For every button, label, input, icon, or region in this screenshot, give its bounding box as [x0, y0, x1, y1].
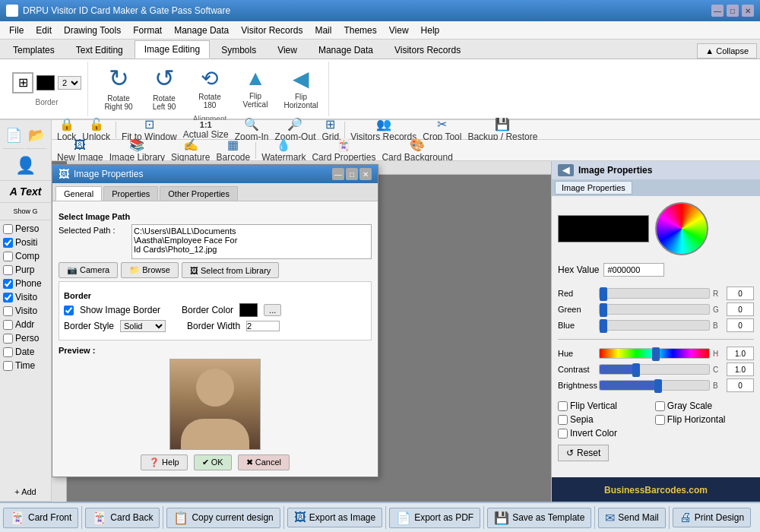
red-track[interactable]	[599, 288, 710, 299]
dialog-close[interactable]: ✕	[359, 168, 372, 180]
green-track[interactable]	[599, 304, 710, 315]
export-image-btn[interactable]: 🖼 Export as Image	[287, 508, 382, 527]
flip-vertical-cb[interactable]	[558, 401, 568, 411]
cancel-button[interactable]: ✖ Cancel	[238, 454, 290, 470]
cb-visitor2[interactable]: Visito	[3, 304, 48, 318]
cb-phone[interactable]: Phone	[3, 277, 48, 290]
red-thumb[interactable]	[600, 287, 607, 301]
help-button[interactable]: ❓ Help	[141, 454, 188, 470]
save-template-btn[interactable]: 💾 Save as Template	[487, 508, 591, 528]
border-style-select[interactable]: SolidDashedDotted	[120, 320, 166, 332]
brightness-track[interactable]	[599, 380, 710, 391]
close-button[interactable]: ✕	[742, 5, 754, 17]
blue-thumb[interactable]	[600, 319, 607, 333]
select-library-button[interactable]: 🖼 Select from Library	[182, 262, 279, 278]
hue-thumb[interactable]	[652, 347, 660, 361]
card-front-btn[interactable]: 🃏 Card Front	[3, 508, 78, 528]
rotate-right-btn[interactable]: ↻ Rotate Right 90	[97, 62, 140, 113]
menu-file[interactable]: File	[3, 24, 30, 37]
add-button[interactable]: + Add	[0, 483, 51, 502]
tab-manage-data[interactable]: Manage Data	[309, 41, 383, 59]
path-textarea[interactable]: C:\Users\IBALL\Documents \Aastha\Employe…	[131, 224, 372, 259]
hue-spinbox[interactable]	[727, 347, 754, 360]
copy-design-btn[interactable]: 📋 Copy current design	[166, 508, 280, 528]
tab-templates[interactable]: Templates	[3, 41, 65, 59]
gray-scale-cb[interactable]	[655, 401, 665, 411]
visitor-icon[interactable]: 👤	[0, 151, 51, 181]
reset-button[interactable]: ↺ Reset	[558, 445, 609, 461]
red-spinbox[interactable]	[727, 287, 754, 300]
dialog-minimize[interactable]: —	[332, 168, 344, 180]
send-mail-btn[interactable]: ✉ Send Mail	[598, 508, 665, 528]
border-style-btn[interactable]: ⊞	[12, 72, 33, 93]
cb-address[interactable]: Addr	[3, 318, 48, 331]
menu-themes[interactable]: Themes	[337, 24, 382, 37]
cb-time[interactable]: Time	[3, 359, 48, 372]
dialog-tab-general[interactable]: General	[55, 186, 102, 201]
new-button[interactable]: 📄	[2, 122, 24, 149]
card-back-btn[interactable]: 🃏 Card Back	[85, 508, 160, 528]
card-background-btn[interactable]: 🎨 Card Background	[379, 137, 454, 163]
menu-manage-data[interactable]: Manage Data	[168, 24, 235, 37]
browse-button[interactable]: 📁 Browse	[121, 262, 179, 278]
menu-drawing-tools[interactable]: Drawing Tools	[58, 24, 127, 37]
back-button[interactable]: ◀	[558, 164, 574, 176]
green-spinbox[interactable]	[727, 302, 754, 316]
camera-button[interactable]: 📷 Camera	[59, 262, 118, 278]
dialog-tab-other[interactable]: Other Properties	[160, 186, 238, 201]
collapse-button[interactable]: ▲ Collapse	[697, 43, 757, 59]
hex-input[interactable]	[603, 263, 664, 277]
cb-company[interactable]: Comp	[3, 249, 48, 263]
blue-spinbox[interactable]	[727, 318, 754, 332]
rotate-left-btn[interactable]: ↺ Rotate Left 90	[143, 62, 185, 113]
menu-view[interactable]: View	[383, 24, 415, 37]
border-width-select[interactable]: 213	[58, 76, 81, 90]
green-thumb[interactable]	[600, 303, 607, 317]
brightness-spinbox[interactable]	[727, 378, 754, 392]
menu-mail[interactable]: Mail	[309, 24, 337, 37]
show-border-checkbox[interactable]	[64, 306, 74, 315]
cb-personal[interactable]: Perso	[3, 222, 48, 236]
watermark-btn[interactable]: 💧 Watermark	[259, 137, 308, 163]
cb-visitor-no[interactable]: Visito	[3, 290, 48, 304]
border-color-btn[interactable]: ...	[264, 304, 281, 316]
flip-horizontal-cb[interactable]	[655, 415, 665, 425]
open-button[interactable]: 📂	[25, 122, 46, 149]
new-image-btn[interactable]: 🖼 New Image	[55, 138, 106, 163]
cb-date[interactable]: Date	[3, 345, 48, 359]
minimize-button[interactable]: —	[711, 5, 724, 17]
menu-visitor-records[interactable]: Visitor Records	[235, 24, 309, 37]
dialog-tab-properties[interactable]: Properties	[103, 186, 158, 201]
print-design-btn[interactable]: 🖨 Print Design	[673, 508, 751, 527]
tab-symbols[interactable]: Symbols	[211, 41, 266, 59]
color-wheel[interactable]	[655, 202, 708, 255]
restore-button[interactable]: □	[727, 5, 739, 17]
barcode-btn[interactable]: ▦ Barcode	[214, 137, 252, 163]
panel-tab-image-props[interactable]: Image Properties	[555, 181, 632, 195]
flip-vertical-btn[interactable]: ▲ Flip Vertical	[234, 64, 277, 111]
border-width-input[interactable]	[246, 321, 280, 331]
dialog-restore[interactable]: □	[346, 168, 358, 180]
menu-help[interactable]: Help	[415, 24, 446, 37]
cb-position[interactable]: Positi	[3, 236, 48, 249]
blue-track[interactable]	[599, 320, 710, 331]
ok-button[interactable]: ✔ OK	[194, 454, 232, 470]
tab-view[interactable]: View	[268, 41, 307, 59]
show-guide[interactable]: Show G	[0, 203, 51, 220]
tab-image-editing[interactable]: Image Editing	[135, 40, 210, 59]
backup-restore-btn[interactable]: 💾 Backup / Restore	[465, 116, 540, 143]
hue-track[interactable]	[599, 348, 710, 359]
contrast-thumb[interactable]	[632, 363, 640, 377]
contrast-track[interactable]	[599, 364, 710, 375]
invert-color-cb[interactable]	[558, 429, 568, 439]
rotate-180-btn[interactable]: ⟳ Rotate 180	[188, 64, 231, 112]
tab-text-editing[interactable]: Text Editing	[66, 41, 133, 59]
sepia-cb[interactable]	[558, 415, 568, 425]
brightness-thumb[interactable]	[654, 379, 662, 393]
border-color-box[interactable]	[36, 75, 55, 90]
contrast-spinbox[interactable]	[727, 363, 754, 376]
dialog-border-color[interactable]	[239, 303, 258, 317]
image-library-btn[interactable]: 📚 Image Library	[107, 137, 167, 163]
card-properties-btn[interactable]: 🃏 Card Properties	[309, 137, 378, 163]
flip-horizontal-btn[interactable]: ◀ Flip Horizontal	[280, 64, 322, 112]
